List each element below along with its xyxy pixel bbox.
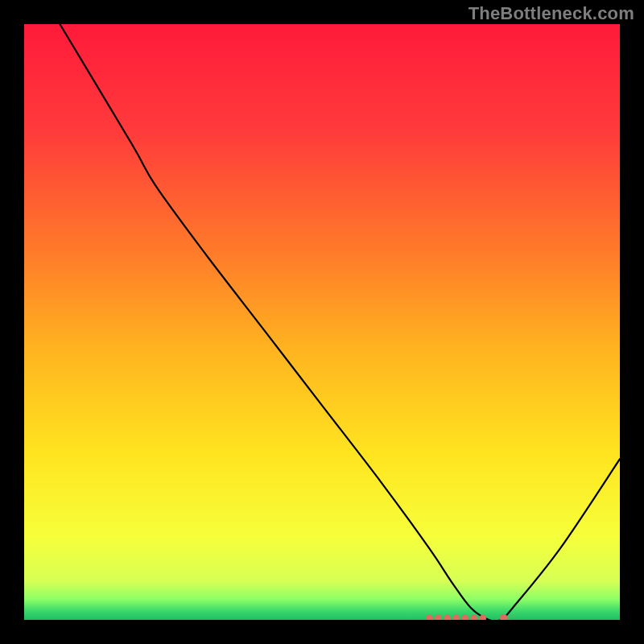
plot-area bbox=[24, 24, 620, 620]
chart-svg bbox=[24, 24, 620, 620]
chart-container: TheBottleneck.com bbox=[0, 0, 644, 644]
watermark-text: TheBottleneck.com bbox=[469, 3, 634, 24]
